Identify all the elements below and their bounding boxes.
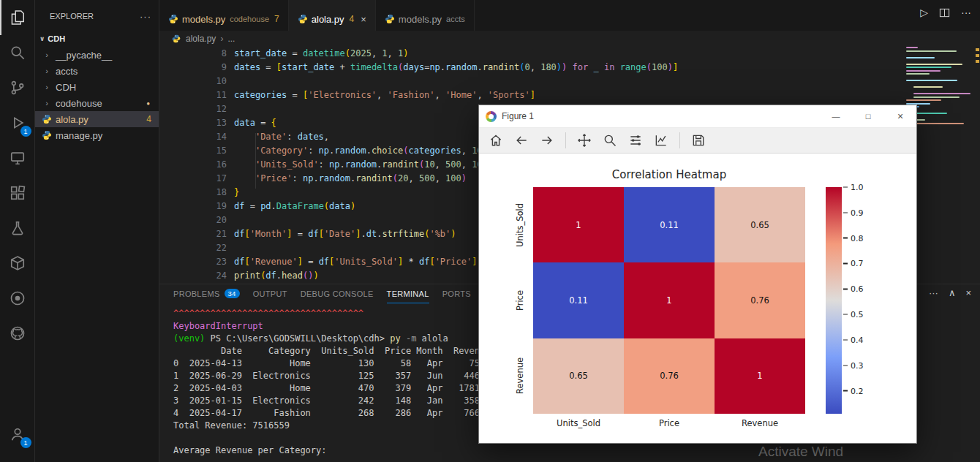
close-button[interactable]: × bbox=[884, 105, 916, 127]
editor-tab[interactable]: models.pyaccts bbox=[376, 0, 475, 31]
heatmap-cell: 1 bbox=[715, 338, 805, 414]
heatmap-row-label: Revenue bbox=[515, 357, 525, 394]
zoom-icon[interactable] bbox=[600, 131, 619, 150]
account-icon[interactable]: 1 bbox=[0, 417, 35, 452]
tree-item-label: codehouse bbox=[56, 98, 102, 109]
panel-tab-label: PROBLEMS bbox=[173, 289, 220, 298]
plugin-circle-icon[interactable] bbox=[0, 281, 35, 316]
figure-window[interactable]: Figure 1 — □ × Correlation Heatmap 10.11… bbox=[478, 105, 917, 444]
testing-icon[interactable] bbox=[0, 211, 35, 246]
maximize-button[interactable]: □ bbox=[852, 105, 884, 127]
sidebar: EXPLORER ··· ∨ CDH ›__pycache__›accts›CD… bbox=[35, 0, 159, 462]
line-number: 18 bbox=[159, 186, 234, 200]
source-control-icon[interactable] bbox=[0, 70, 35, 105]
tab-list: models.pycodehouse7alola.py4×models.pyac… bbox=[159, 0, 475, 31]
heatmap-cell: 0.11 bbox=[624, 187, 715, 262]
breadcrumb-file[interactable]: alola.py bbox=[186, 34, 216, 44]
colorbar-tick: 0.4 bbox=[843, 335, 864, 344]
breadcrumb-more[interactable]: ... bbox=[227, 34, 235, 44]
run-debug-icon[interactable]: 1 bbox=[0, 105, 35, 140]
subplots-icon[interactable] bbox=[626, 131, 645, 150]
line-number: 8 bbox=[159, 47, 234, 61]
line-number: 22 bbox=[159, 241, 234, 255]
tree-item-__pycache__[interactable]: ›__pycache__ bbox=[35, 47, 159, 63]
tree-item-CDH[interactable]: ›CDH bbox=[35, 79, 159, 95]
tree-item-codehouse[interactable]: ›codehouse● bbox=[35, 95, 159, 111]
python-icon bbox=[168, 14, 178, 24]
colorbar-tick: 1.0 bbox=[843, 183, 864, 192]
tree-item-alola.py[interactable]: alola.py4 bbox=[35, 111, 159, 127]
colorbar-tick: 0.5 bbox=[843, 310, 864, 319]
breadcrumb[interactable]: alola.py › ... bbox=[159, 31, 980, 47]
editor-actions: ▷ ··· bbox=[920, 7, 971, 18]
tab-close-icon[interactable]: × bbox=[361, 14, 366, 25]
panel-close-icon[interactable]: × bbox=[965, 287, 971, 298]
minimap-warning-mark bbox=[976, 54, 979, 57]
tree-item-accts[interactable]: ›accts bbox=[35, 63, 159, 79]
editor-tab[interactable]: alola.py4× bbox=[289, 0, 376, 31]
sidebar-more-icon[interactable]: ··· bbox=[140, 11, 151, 22]
line-number: 11 bbox=[159, 88, 234, 102]
chevron-collapsed-icon: › bbox=[41, 67, 53, 75]
split-editor-icon[interactable] bbox=[939, 7, 950, 18]
tab-label: alola.py bbox=[312, 14, 344, 25]
panel-tab-label: PORTS bbox=[442, 289, 471, 298]
colorbar-tick: 0.2 bbox=[843, 386, 864, 395]
figure-titlebar[interactable]: Figure 1 — □ × bbox=[479, 105, 916, 127]
problems-count-badge: 34 bbox=[225, 289, 240, 298]
python-icon bbox=[41, 130, 53, 140]
panel-maximize-icon[interactable]: ∧ bbox=[949, 287, 956, 298]
tab-problem-badge: 4 bbox=[350, 14, 355, 24]
home-icon[interactable] bbox=[486, 131, 505, 150]
run-python-button[interactable]: ▷ bbox=[920, 7, 928, 18]
extensions-icon[interactable] bbox=[0, 175, 35, 211]
save-icon[interactable] bbox=[689, 131, 708, 150]
panel-tab-terminal[interactable]: TERMINAL bbox=[387, 284, 429, 303]
search-icon[interactable] bbox=[0, 35, 35, 70]
line-number: 10 bbox=[159, 75, 234, 88]
explorer-icon[interactable] bbox=[0, 0, 35, 35]
minimize-button[interactable]: — bbox=[820, 105, 852, 127]
debug-badge: 1 bbox=[20, 126, 31, 137]
panel-tab-label: OUTPUT bbox=[253, 289, 287, 298]
line-number: 17 bbox=[159, 172, 234, 186]
tab-label: models.py bbox=[399, 14, 442, 25]
line-number: 14 bbox=[159, 130, 234, 144]
panel-tab-ports[interactable]: PORTS bbox=[442, 284, 471, 303]
minimap-warning-mark bbox=[976, 60, 979, 63]
colorbar-tick: 0.6 bbox=[843, 284, 864, 294]
line-number: 9 bbox=[159, 61, 234, 75]
terminal-line: Average Revenue per Category: bbox=[173, 444, 980, 457]
panel-more-icon[interactable]: ··· bbox=[929, 287, 938, 298]
activity-bar: 1 1 bbox=[0, 0, 35, 462]
minimap-warning-mark bbox=[976, 48, 979, 51]
tree-item-manage.py[interactable]: manage.py bbox=[35, 127, 159, 143]
line-number: 16 bbox=[159, 158, 234, 172]
editor-tab[interactable]: models.pycodehouse7 bbox=[159, 0, 289, 31]
heatmap-cell: 0.65 bbox=[533, 338, 624, 414]
figure-title: Figure 1 bbox=[502, 111, 534, 121]
sidebar-header: EXPLORER ··· bbox=[35, 0, 159, 25]
line-number: 24 bbox=[159, 269, 234, 283]
remote-explorer-icon[interactable] bbox=[0, 140, 35, 175]
back-icon[interactable] bbox=[512, 131, 531, 150]
tree-section-cdh[interactable]: ∨ CDH bbox=[35, 31, 159, 47]
activate-windows-watermark: Activate Wind bbox=[758, 444, 843, 460]
panel-tab-output[interactable]: OUTPUT bbox=[253, 284, 287, 303]
tree-item-label: alola.py bbox=[56, 114, 88, 125]
customize-icon[interactable] bbox=[652, 131, 671, 150]
github-icon[interactable] bbox=[0, 316, 35, 351]
line-number: 12 bbox=[159, 102, 234, 116]
editor-more-icon[interactable]: ··· bbox=[961, 7, 971, 18]
colorbar bbox=[826, 187, 842, 414]
window-controls: — □ × bbox=[820, 105, 916, 127]
package-icon[interactable] bbox=[0, 246, 35, 281]
chevron-collapsed-icon: › bbox=[41, 83, 53, 91]
panel-tab-problems[interactable]: PROBLEMS34 bbox=[173, 284, 240, 303]
pan-icon[interactable] bbox=[575, 131, 594, 150]
toolbar-separator bbox=[565, 132, 566, 148]
python-icon bbox=[385, 14, 395, 24]
panel-tab-debug-console[interactable]: DEBUG CONSOLE bbox=[301, 284, 374, 303]
forward-icon[interactable] bbox=[538, 131, 557, 150]
tree-item-label: accts bbox=[56, 66, 78, 77]
